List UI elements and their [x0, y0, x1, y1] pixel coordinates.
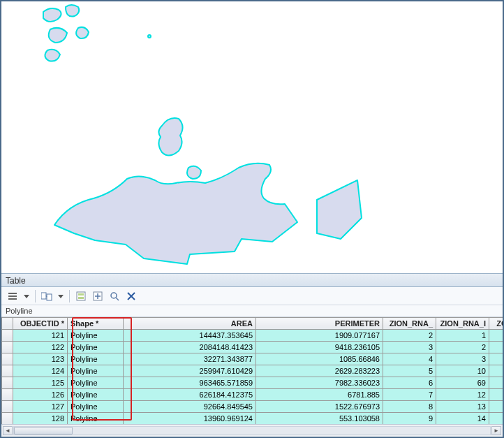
cell-zoi[interactable] — [489, 330, 503, 342]
cell-zion-rna-i[interactable]: 2 — [436, 342, 489, 353]
cell-zoi[interactable] — [489, 342, 503, 353]
cell-zion-rna-i[interactable]: 3 — [436, 353, 489, 365]
cell-objectid[interactable]: 121 — [13, 330, 68, 342]
row-selector[interactable] — [2, 413, 13, 425]
table-row[interactable]: 125Polyline963465.5718597982.336023669 — [2, 377, 503, 389]
cell-zion-rna-i[interactable]: 13 — [436, 401, 489, 413]
cell-shape[interactable]: Polyline — [68, 353, 124, 365]
table-row[interactable]: 122Polyline2084148.414239418.23610532 — [2, 342, 503, 353]
cell-shape[interactable]: Polyline — [68, 401, 124, 413]
cell-zoi[interactable] — [489, 353, 503, 365]
cell-zion-rna[interactable]: 7 — [383, 389, 436, 401]
row-selector[interactable] — [2, 401, 13, 413]
cell-zion-rna[interactable]: 5 — [383, 365, 436, 377]
cell-objectid[interactable]: 126 — [13, 389, 68, 401]
cell-zoi[interactable] — [489, 377, 503, 389]
cell-zion-rna-i[interactable]: 1 — [436, 330, 489, 342]
cell-zion-rna-i[interactable]: 10 — [436, 365, 489, 377]
table-row[interactable]: 126Polyline626184.4123756781.885712 — [2, 389, 503, 401]
table-panel-header: Table — [1, 273, 503, 287]
horizontal-scrollbar[interactable]: ◄ ► — [1, 424, 503, 436]
cell-zion-rna-i[interactable]: 14 — [436, 413, 489, 425]
cell-zion-rna[interactable]: 8 — [383, 401, 436, 413]
cell-area[interactable]: 13960.969124 — [124, 413, 256, 425]
cell-zion-rna[interactable]: 2 — [383, 330, 436, 342]
row-selector[interactable] — [2, 389, 13, 401]
zoom-selected-button[interactable] — [108, 289, 121, 303]
map-canvas[interactable] — [1, 1, 503, 273]
cell-zion-rna-i[interactable]: 69 — [436, 377, 489, 389]
cell-perimeter[interactable]: 553.103058 — [256, 413, 383, 425]
cell-perimeter[interactable]: 1909.077167 — [256, 330, 383, 342]
scroll-thumb[interactable] — [14, 427, 73, 435]
cell-objectid[interactable]: 122 — [13, 342, 68, 353]
svg-rect-5 — [47, 294, 52, 300]
row-selector[interactable] — [2, 330, 13, 342]
cell-objectid[interactable]: 124 — [13, 365, 68, 377]
scroll-track[interactable] — [13, 426, 491, 435]
clear-selection-button[interactable] — [124, 289, 138, 303]
table-row[interactable]: 127Polyline92664.8495451522.676973813 — [2, 401, 503, 413]
row-selector[interactable] — [2, 342, 13, 353]
cell-shape[interactable]: Polyline — [68, 389, 124, 401]
cell-zoi[interactable] — [489, 365, 503, 377]
svg-rect-8 — [78, 293, 84, 295]
cell-perimeter[interactable]: 9418.236105 — [256, 342, 383, 353]
cell-zoi[interactable] — [489, 413, 503, 425]
row-selector-header[interactable] — [2, 318, 13, 330]
column-header-zoi[interactable]: ZOI — [489, 318, 503, 330]
cell-shape[interactable]: Polyline — [68, 377, 124, 389]
table-row[interactable]: 128Polyline13960.969124553.103058914 — [2, 413, 503, 425]
table-options-dropdown[interactable] — [22, 289, 31, 303]
cell-perimeter[interactable]: 1522.676973 — [256, 401, 383, 413]
cell-shape[interactable]: Polyline — [68, 365, 124, 377]
related-tables-dropdown[interactable] — [57, 289, 65, 303]
cell-zion-rna[interactable]: 3 — [383, 342, 436, 353]
column-header-zion-rna-i[interactable]: ZION_RNA_I — [436, 318, 489, 330]
switch-selection-button[interactable] — [91, 289, 105, 303]
cell-perimeter[interactable]: 2629.283223 — [256, 365, 383, 377]
cell-perimeter[interactable]: 6781.885 — [256, 389, 383, 401]
cell-shape[interactable]: Polyline — [68, 342, 124, 353]
table-options-button[interactable] — [6, 289, 20, 303]
related-tables-button[interactable] — [40, 289, 54, 303]
select-by-attributes-button[interactable] — [74, 289, 88, 303]
row-selector[interactable] — [2, 377, 13, 389]
cell-zion-rna[interactable]: 4 — [383, 353, 436, 365]
table-row[interactable]: 123Polyline32271.3438771085.6684643 — [2, 353, 503, 365]
cell-zoi[interactable] — [489, 389, 503, 401]
cell-zion-rna-i[interactable]: 12 — [436, 389, 489, 401]
cell-zoi[interactable] — [489, 401, 503, 413]
cell-zion-rna[interactable]: 9 — [383, 413, 436, 425]
row-selector[interactable] — [2, 353, 13, 365]
cell-perimeter[interactable]: 1085.66846 — [256, 353, 383, 365]
cell-area[interactable]: 32271.343877 — [124, 353, 256, 365]
cell-area[interactable]: 963465.571859 — [124, 377, 256, 389]
table-layer-name: Polyline — [1, 305, 503, 317]
cell-shape[interactable]: Polyline — [68, 413, 124, 425]
column-header-objectid[interactable]: OBJECTID * — [13, 318, 68, 330]
table-row[interactable]: 124Polyline259947.6104292629.283223510 — [2, 365, 503, 377]
column-header-perimeter[interactable]: PERIMETER — [256, 318, 383, 330]
cell-area[interactable]: 144437.353645 — [124, 330, 256, 342]
attribute-table[interactable]: OBJECTID * Shape * AREA PERIMETER ZION_R… — [1, 317, 503, 424]
column-header-shape[interactable]: Shape * — [68, 318, 124, 330]
cell-objectid[interactable]: 125 — [13, 377, 68, 389]
scroll-right-button[interactable]: ► — [491, 426, 501, 435]
cell-objectid[interactable]: 128 — [13, 413, 68, 425]
cell-area[interactable]: 626184.412375 — [124, 389, 256, 401]
cell-zion-rna[interactable]: 6 — [383, 377, 436, 389]
svg-rect-1 — [8, 293, 17, 294]
row-selector[interactable] — [2, 365, 13, 377]
cell-objectid[interactable]: 123 — [13, 353, 68, 365]
column-header-zion-rna[interactable]: ZION_RNA_ — [383, 318, 436, 330]
cell-area[interactable]: 259947.610429 — [124, 365, 256, 377]
cell-area[interactable]: 2084148.41423 — [124, 342, 256, 353]
cell-perimeter[interactable]: 7982.336023 — [256, 377, 383, 389]
table-row[interactable]: 121Polyline144437.3536451909.07716721 — [2, 330, 503, 342]
cell-objectid[interactable]: 127 — [13, 401, 68, 413]
scroll-left-button[interactable]: ◄ — [3, 426, 13, 435]
column-header-area[interactable]: AREA — [124, 318, 256, 330]
cell-shape[interactable]: Polyline — [68, 330, 124, 342]
cell-area[interactable]: 92664.849545 — [124, 401, 256, 413]
